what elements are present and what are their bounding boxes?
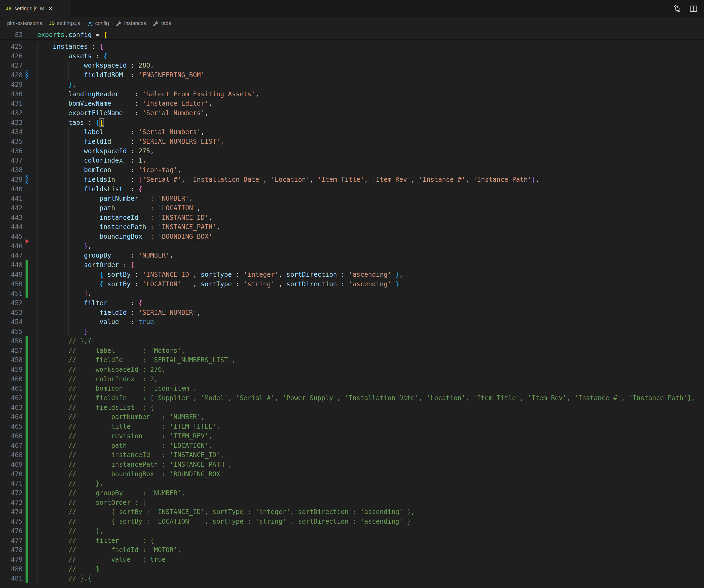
code-line-461[interactable]: 461 // bomIcon : 'icon-item', — [0, 384, 704, 393]
code-line-463[interactable]: 463 // fieldsList : { — [0, 403, 704, 412]
line-number[interactable]: 425 — [0, 42, 22, 51]
line-number[interactable]: 447 — [0, 251, 22, 260]
open-changes-button[interactable] — [673, 4, 682, 13]
close-icon[interactable]: ✕ — [48, 6, 53, 11]
code-line-469[interactable]: 469 // instancePath : 'INSTANCE_PATH', — [0, 460, 704, 469]
line-number[interactable]: 472 — [0, 488, 22, 498]
line-number[interactable]: 448 — [0, 260, 22, 270]
line-number[interactable]: 458 — [0, 355, 22, 365]
code-line-479[interactable]: 479 // value : true — [0, 555, 704, 564]
code-line-465[interactable]: 465 // title : 'ITEM_TITLE', — [0, 422, 704, 431]
code-line-438[interactable]: 438 bomIcon : 'icon-tag', — [0, 165, 704, 175]
line-number[interactable]: 470 — [0, 469, 22, 479]
line-number[interactable]: 457 — [0, 346, 22, 355]
code-line-466[interactable]: 466 // revision : 'ITEM_REV', — [0, 431, 704, 441]
code-line-444[interactable]: 444 instancePath : 'INSTANCE_PATH', — [0, 222, 704, 232]
code-line-449[interactable]: 449 { sortBy : 'INSTANCE_ID', sortType :… — [0, 270, 704, 279]
line-number[interactable]: 456 — [0, 336, 22, 346]
code-line-430[interactable]: 430 landingHeader : 'Select From Exsitin… — [0, 90, 704, 99]
code-line-446[interactable]: 446 }, — [0, 241, 704, 251]
code-line-481[interactable]: 481 // },{ — [0, 574, 704, 583]
line-number[interactable]: 432 — [0, 108, 22, 118]
line-number[interactable]: 440 — [0, 184, 22, 194]
line-number[interactable]: 431 — [0, 99, 22, 108]
code-line-436[interactable]: 436 workspaceId : 275, — [0, 146, 704, 156]
line-number[interactable]: 462 — [0, 393, 22, 403]
code-line-432[interactable]: 432 exportFileName : 'Serial Numbers', — [0, 108, 704, 118]
line-number[interactable]: 473 — [0, 498, 22, 508]
code-line-425[interactable]: 425 instances : { — [0, 42, 704, 51]
code-line-445[interactable]: 445 boundingBox : 'BOUNDING_BOX' — [0, 232, 704, 241]
line-number[interactable]: 437 — [0, 156, 22, 165]
line-number[interactable]: 474 — [0, 507, 22, 517]
code-line-437[interactable]: 437 colorIndex : 1, — [0, 156, 704, 165]
line-number[interactable]: 481 — [0, 574, 22, 583]
line-number[interactable]: 463 — [0, 403, 22, 412]
breadcrumb-item-config[interactable]: config — [87, 20, 109, 26]
line-number[interactable]: 451 — [0, 289, 22, 298]
code-line-439[interactable]: 439 fieldsIn : ['Serial #', 'Installatio… — [0, 175, 704, 184]
code-line-429[interactable]: 429 }, — [0, 80, 704, 90]
code-line-441[interactable]: 441 partNumber : 'NUMBER', — [0, 194, 704, 203]
line-number[interactable]: 426 — [0, 51, 22, 61]
code-line-470[interactable]: 470 // boundingBox : 'BOUNDING_BOX' — [0, 469, 704, 479]
line-number[interactable]: 471 — [0, 479, 22, 488]
line-number[interactable]: 469 — [0, 460, 22, 469]
code-line-454[interactable]: 454 value : true — [0, 317, 704, 327]
split-editor-button[interactable] — [689, 4, 698, 13]
line-number[interactable]: 433 — [0, 118, 22, 127]
code-line-457[interactable]: 457 // label : 'Motors', — [0, 346, 704, 355]
sticky-scroll-line[interactable]: 83 exports.config = { — [0, 29, 704, 41]
code-line-442[interactable]: 442 path : 'LOCATION', — [0, 203, 704, 213]
code-line-453[interactable]: 453 fieldId : 'SERIAL_NUMBER', — [0, 308, 704, 317]
line-number[interactable]: 436 — [0, 146, 22, 156]
line-number[interactable]: 449 — [0, 270, 22, 279]
line-number[interactable]: 464 — [0, 412, 22, 422]
code-line-480[interactable]: 480 // } — [0, 564, 704, 574]
code-line-455[interactable]: 455 } — [0, 327, 704, 336]
code-line-459[interactable]: 459 // workspaceId : 276, — [0, 365, 704, 374]
line-number[interactable]: 467 — [0, 441, 22, 451]
line-number[interactable]: 468 — [0, 450, 22, 460]
editor-code-area[interactable]: 425 instances : {426 assets : {427 works… — [0, 42, 704, 583]
code-line-452[interactable]: 452 filter : { — [0, 298, 704, 308]
code-line-472[interactable]: 472 // groupBy : 'NUMBER', — [0, 488, 704, 498]
line-number[interactable]: 479 — [0, 555, 22, 564]
line-number[interactable]: 460 — [0, 374, 22, 384]
line-number[interactable]: 429 — [0, 80, 22, 90]
code-line-467[interactable]: 467 // path : 'LOCATION', — [0, 441, 704, 451]
line-number[interactable]: 438 — [0, 165, 22, 175]
breadcrumb-item-tabs[interactable]: tabs — [153, 20, 171, 26]
code-line-458[interactable]: 458 // fieldId : 'SERIAL_NUMBERS_LIST', — [0, 355, 704, 365]
line-number[interactable]: 427 — [0, 61, 22, 70]
code-line-447[interactable]: 447 groupBy : 'NUMBER', — [0, 251, 704, 260]
line-number[interactable]: 478 — [0, 545, 22, 555]
code-line-475[interactable]: 475 // { sortBy : 'LOCATION' , sortType … — [0, 517, 704, 526]
code-line-450[interactable]: 450 { sortBy : 'LOCATION' , sortType : '… — [0, 279, 704, 289]
code-line-468[interactable]: 468 // instanceId : 'INSTANCE_ID', — [0, 450, 704, 460]
code-line-434[interactable]: 434 label : 'Serial Numbers', — [0, 127, 704, 137]
code-line-476[interactable]: 476 // ], — [0, 526, 704, 536]
line-number[interactable]: 455 — [0, 327, 22, 336]
line-number[interactable]: 454 — [0, 317, 22, 327]
code-line-433[interactable]: 433 tabs : [{ — [0, 118, 704, 127]
line-number[interactable]: 430 — [0, 90, 22, 99]
code-line-474[interactable]: 474 // { sortBy : 'INSTANCE_ID', sortTyp… — [0, 507, 704, 517]
breadcrumb-item-plm-extensions[interactable]: plm-extensions — [7, 20, 42, 26]
line-number[interactable]: 452 — [0, 298, 22, 308]
code-line-431[interactable]: 431 bomViewName : 'Instance Editor', — [0, 99, 704, 108]
line-number[interactable]: 461 — [0, 384, 22, 393]
line-number[interactable]: 435 — [0, 137, 22, 146]
code-line-477[interactable]: 477 // filter : { — [0, 536, 704, 545]
code-line-428[interactable]: 428 fieldIdBOM : 'ENGINEERING_BOM' — [0, 70, 704, 80]
code-line-448[interactable]: 448 sortOrder : [ — [0, 260, 704, 270]
line-number[interactable]: 439 — [0, 175, 22, 184]
code-line-440[interactable]: 440 fieldsList : { — [0, 184, 704, 194]
code-line-426[interactable]: 426 assets : { — [0, 51, 704, 61]
code-line-435[interactable]: 435 fieldId : 'SERIAL_NUMBERS_LIST', — [0, 137, 704, 146]
line-number[interactable]: 453 — [0, 308, 22, 317]
code-line-460[interactable]: 460 // colorIndex : 2, — [0, 374, 704, 384]
line-number[interactable]: 450 — [0, 279, 22, 289]
breadcrumb-item-instances[interactable]: instances — [116, 20, 146, 26]
line-number[interactable]: 428 — [0, 70, 22, 80]
